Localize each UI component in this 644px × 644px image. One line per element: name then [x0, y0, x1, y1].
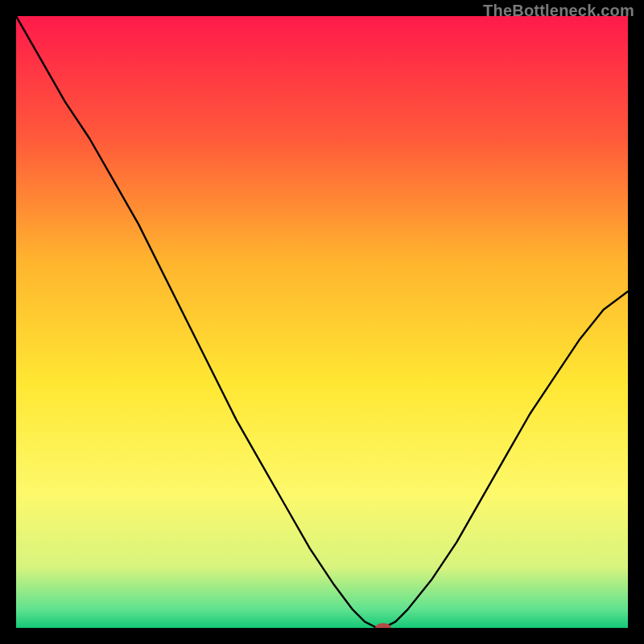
- chart-background: [16, 16, 628, 628]
- chart-plot: [16, 16, 628, 628]
- chart-frame: TheBottleneck.com: [0, 0, 644, 644]
- chart-svg: [16, 16, 628, 628]
- watermark-text: TheBottleneck.com: [483, 2, 634, 20]
